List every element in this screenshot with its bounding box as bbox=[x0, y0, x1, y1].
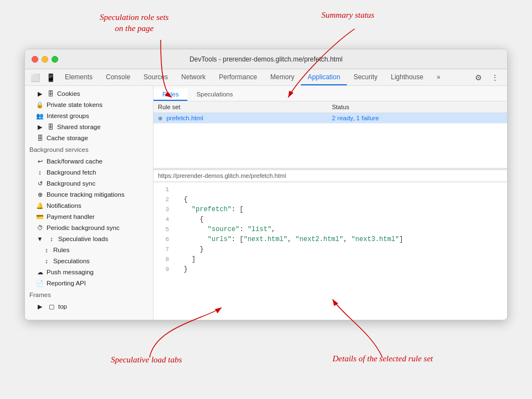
code-line: 3 "prefetch": [ bbox=[154, 204, 507, 214]
sidebar-item-label: Notifications bbox=[47, 202, 81, 209]
sidebar-item-background-fetch[interactable]: ↕ Background fetch bbox=[25, 167, 153, 178]
sidebar-item-private-state-tokens[interactable]: 🔒 Private state tokens bbox=[25, 99, 153, 110]
frames-header: Frames bbox=[25, 289, 153, 301]
table-row[interactable]: ⊕ prefetch.html 2 ready, 1 failure bbox=[154, 113, 507, 124]
sidebar-item-label: Background fetch bbox=[47, 169, 96, 176]
sidebar-item-label: Periodic background sync bbox=[47, 224, 120, 231]
col-rule-set: Rule set bbox=[154, 101, 328, 113]
tab-lighthouse[interactable]: Lighthouse bbox=[384, 69, 430, 85]
sidebar-item-label: Payment handler bbox=[47, 213, 95, 220]
rules-table: Rule set Status ⊕ prefetch.html bbox=[154, 101, 507, 124]
close-button[interactable] bbox=[32, 56, 38, 63]
top-arrow-icon: ▶ bbox=[36, 303, 44, 310]
rule-set-cell: ⊕ prefetch.html bbox=[154, 113, 328, 124]
sidebar-item-rules[interactable]: ↕ Rules bbox=[25, 244, 153, 255]
sidebar-item-top[interactable]: ▶ ▢ top bbox=[25, 301, 153, 312]
table-area: Rule set Status ⊕ prefetch.html bbox=[154, 101, 507, 168]
sidebar-item-label: Private state tokens bbox=[47, 101, 103, 108]
sidebar-item-label: Background sync bbox=[47, 180, 95, 187]
sidebar-item-label: Speculations bbox=[53, 258, 90, 264]
sidebar-item-reporting-api[interactable]: 📄 Reporting API bbox=[25, 278, 153, 289]
tab-memory[interactable]: Memory bbox=[264, 69, 301, 85]
rule-set-link[interactable]: prefetch.html bbox=[166, 115, 203, 121]
sidebar-item-label: Cookies bbox=[57, 90, 80, 97]
toolbar-right: ⚙ ⋮ bbox=[470, 70, 505, 85]
sidebar-item-periodic-bg-sync[interactable]: ⏱ Periodic background sync bbox=[25, 222, 153, 233]
sidebar-item-interest-groups[interactable]: 👥 Interest groups bbox=[25, 110, 153, 121]
payment-icon: 💳 bbox=[36, 213, 44, 221]
tab-speculations[interactable]: Speculations bbox=[187, 89, 242, 101]
sidebar-item-label: top bbox=[58, 303, 67, 310]
arrow-icon: ▶ bbox=[36, 124, 44, 131]
report-icon: 📄 bbox=[36, 280, 44, 287]
tab-sources[interactable]: Sources bbox=[137, 69, 175, 85]
inspect-icon[interactable]: ⬜ bbox=[27, 70, 43, 85]
sidebar-item-notifications[interactable]: 🔔 Notifications bbox=[25, 200, 153, 211]
cache-icon: 🗄 bbox=[36, 135, 44, 141]
tab-elements[interactable]: Elements bbox=[58, 69, 99, 85]
tab-network[interactable]: Network bbox=[175, 69, 212, 85]
status-badge[interactable]: 2 ready, 1 failure bbox=[332, 115, 379, 121]
speculations-icon: ↕ bbox=[43, 258, 50, 264]
cookies-icon: 🗄 bbox=[47, 90, 54, 97]
sidebar-item-speculations[interactable]: ↕ Speculations bbox=[25, 255, 153, 267]
code-line: 9 } bbox=[154, 264, 507, 274]
sidebar-item-label: Reporting API bbox=[47, 280, 86, 287]
code-line: 5 "source": "list", bbox=[154, 224, 507, 234]
sidebar-item-cache-storage[interactable]: 🗄 Cache storage bbox=[25, 132, 153, 144]
tab-console[interactable]: Console bbox=[99, 69, 137, 85]
sidebar-item-label: Back/forward cache bbox=[47, 158, 103, 165]
arrow-icon: ▶ bbox=[36, 90, 44, 98]
sidebar-item-cookies[interactable]: ▶ 🗄 Cookies bbox=[25, 88, 153, 99]
bell-icon: 🔔 bbox=[36, 202, 44, 209]
sidebar-item-label: Speculative loads bbox=[58, 236, 108, 242]
lock-icon: 🔒 bbox=[36, 101, 44, 109]
background-services-header: Background services bbox=[25, 144, 153, 156]
traffic-lights bbox=[32, 56, 58, 63]
tab-performance[interactable]: Performance bbox=[212, 69, 264, 85]
sidebar-item-shared-storage[interactable]: ▶ 🗄 Shared storage bbox=[25, 121, 153, 132]
section-label: Background services bbox=[29, 146, 89, 153]
sidebar-item-push-messaging[interactable]: ☁ Push messaging bbox=[25, 267, 153, 278]
sidebar: ▶ 🗄 Cookies 🔒 Private state tokens 👥 Int… bbox=[25, 86, 154, 320]
fetch-icon: ↕ bbox=[36, 169, 44, 176]
annotation-details-rule-set: Details of the selected rule set bbox=[332, 354, 433, 365]
sidebar-item-bounce-tracking[interactable]: ⊕ Bounce tracking mitigations bbox=[25, 189, 153, 200]
sidebar-item-payment-handler[interactable]: 💳 Payment handler bbox=[25, 211, 153, 222]
sidebar-item-speculative-loads[interactable]: ▼ ↕ Speculative loads bbox=[25, 233, 153, 244]
devtools-toolbar: ⬜ 📱 Elements Console Sources Network Per… bbox=[25, 69, 507, 86]
status-cell: 2 ready, 1 failure bbox=[328, 113, 507, 124]
rules-icon: ↕ bbox=[43, 247, 50, 253]
url-bar: https://prerender-demos.glitch.me/prefet… bbox=[154, 170, 507, 182]
sidebar-item-label: Shared storage bbox=[57, 124, 101, 130]
tab-application[interactable]: Application bbox=[301, 69, 347, 85]
refresh-icon: ↩ bbox=[36, 158, 44, 165]
tab-rules[interactable]: Rules bbox=[154, 89, 187, 101]
tab-more[interactable]: » bbox=[430, 69, 447, 85]
minimize-button[interactable] bbox=[42, 56, 48, 63]
sidebar-item-bfcache[interactable]: ↩ Back/forward cache bbox=[25, 156, 153, 167]
origin-icon: ⊕ bbox=[158, 115, 162, 121]
device-icon[interactable]: 📱 bbox=[43, 70, 58, 85]
sidebar-item-label: Push messaging bbox=[47, 269, 94, 275]
code-line: 7 } bbox=[154, 244, 507, 254]
settings-icon[interactable]: ⚙ bbox=[470, 70, 486, 85]
sidebar-item-background-sync[interactable]: ↺ Background sync bbox=[25, 178, 153, 189]
shared-storage-icon: 🗄 bbox=[47, 124, 54, 130]
more-icon[interactable]: ⋮ bbox=[487, 70, 503, 85]
frame-icon: ▢ bbox=[48, 303, 55, 310]
sidebar-item-label: Bounce tracking mitigations bbox=[47, 191, 125, 198]
interest-icon: 👥 bbox=[36, 112, 44, 120]
code-line: 4 { bbox=[154, 214, 507, 224]
annotation-summary-status: Summary status bbox=[321, 10, 374, 21]
tab-security[interactable]: Security bbox=[347, 69, 384, 85]
annotation-speculation-role-sets: Speculation role setson the page bbox=[100, 12, 168, 34]
maximize-button[interactable] bbox=[52, 56, 58, 63]
expanded-arrow-icon: ▼ bbox=[36, 236, 44, 242]
annotation-speculative-load-tabs: Speculative load tabs bbox=[111, 355, 182, 366]
devtools-tabs: Elements Console Sources Network Perform… bbox=[58, 69, 470, 85]
speculative-icon: ↕ bbox=[48, 236, 55, 242]
sync-icon: ↺ bbox=[36, 180, 44, 187]
code-line: 8 ] bbox=[154, 254, 507, 264]
sidebar-item-label: Cache storage bbox=[47, 135, 88, 141]
